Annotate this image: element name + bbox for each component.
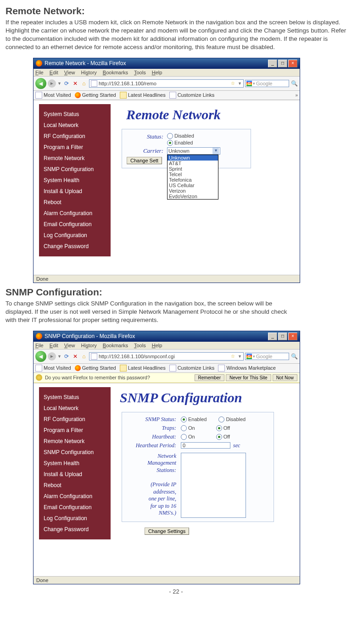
sidebar-item[interactable]: Alarm Configuration — [39, 208, 111, 219]
menu-help[interactable]: Help — [152, 70, 162, 75]
bm-most-visited[interactable]: Most Visited — [35, 92, 71, 99]
search-go-icon[interactable]: 🔍 — [291, 353, 298, 360]
radio-traps-on[interactable] — [181, 425, 187, 431]
search-box[interactable]: G ▾ Google — [245, 80, 289, 87]
radio-enabled[interactable] — [167, 140, 173, 146]
menu-file[interactable]: File — [35, 70, 44, 75]
carrier-option[interactable]: US Cellular — [168, 183, 218, 188]
sidebar-item[interactable]: SNMP Configuration — [39, 447, 111, 458]
carrier-option[interactable]: Verizon — [168, 188, 218, 194]
menu-bookmarks[interactable]: Bookmarks — [103, 70, 128, 75]
search-box[interactable]: G ▾ Google — [245, 353, 289, 360]
url-bar[interactable]: http://192.168.1.100/snmpconf.cgi ☆ ▼ — [89, 352, 244, 361]
bm-windows-marketplace[interactable]: Windows Marketplace — [218, 365, 276, 372]
sidebar-item[interactable]: Log Configuration — [39, 513, 111, 524]
nms-textarea[interactable] — [181, 453, 246, 518]
menu-view[interactable]: View — [64, 70, 75, 75]
bm-latest-headlines[interactable]: Latest Headlines — [120, 365, 166, 372]
sidebar-item[interactable]: Remote Network — [39, 153, 111, 164]
forward-button[interactable]: ► — [48, 79, 56, 88]
carrier-option[interactable]: EvdoVerizon — [168, 194, 218, 199]
sidebar-item[interactable]: Install & Upload — [39, 469, 111, 480]
not-now-button[interactable]: Not Now — [273, 374, 297, 381]
change-settings-button[interactable]: Change Settings — [145, 527, 189, 535]
sidebar-item[interactable]: Change Password — [39, 524, 111, 535]
stop-button[interactable]: ✕ — [72, 80, 79, 87]
menu-file[interactable]: File — [35, 343, 44, 348]
menu-history[interactable]: History — [81, 343, 97, 348]
minimize-button[interactable]: _ — [268, 60, 277, 67]
radio-heartbeat-off[interactable] — [216, 434, 222, 440]
bm-customize-links[interactable]: Customize Links — [169, 365, 215, 372]
radio-traps-off[interactable] — [216, 425, 222, 431]
menu-view[interactable]: View — [64, 343, 75, 348]
sidebar-item[interactable]: RF Configuration — [39, 414, 111, 425]
menu-edit[interactable]: Edit — [50, 70, 58, 75]
minimize-button[interactable]: _ — [268, 333, 277, 340]
url-bar[interactable]: http://192.168.1.100/remo ☆ ▼ — [89, 79, 244, 88]
sidebar-item[interactable]: Install & Upload — [39, 186, 111, 197]
menu-tools[interactable]: Tools — [134, 343, 146, 348]
home-button[interactable]: ⌂ — [80, 353, 88, 360]
radio-snmp-disabled[interactable] — [218, 416, 224, 422]
heartbeat-period-input[interactable]: 0 — [181, 442, 230, 449]
radio-snmp-enabled[interactable] — [181, 416, 187, 422]
key-icon — [36, 374, 42, 381]
sidebar-item[interactable]: Email Configuration — [39, 219, 111, 230]
sidebar-item[interactable]: Program a Filter — [39, 425, 111, 436]
sidebar-item[interactable]: Program a Filter — [39, 142, 111, 153]
close-button[interactable]: × — [288, 60, 297, 67]
reload-button[interactable]: ⟳ — [63, 80, 70, 87]
nav-toolbar: ◄ ► ▼ ⟳ ✕ ⌂ http://192.168.1.100/snmpcon… — [34, 350, 300, 364]
menu-bookmarks[interactable]: Bookmarks — [103, 343, 128, 348]
sidebar-item[interactable]: Alarm Configuration — [39, 491, 111, 502]
carrier-option[interactable]: Sprint — [168, 166, 218, 172]
radio-disabled[interactable] — [167, 133, 173, 139]
back-button[interactable]: ◄ — [35, 351, 46, 362]
sidebar-item[interactable]: System Health — [39, 175, 111, 186]
change-settings-button[interactable]: Change Sett — [127, 157, 162, 164]
search-go-icon[interactable]: 🔍 — [291, 80, 298, 87]
sidebar-item[interactable]: System Health — [39, 458, 111, 469]
sidebar-item[interactable]: System Status — [39, 392, 111, 403]
sidebar-item[interactable]: Local Network — [39, 120, 111, 131]
bm-customize-links[interactable]: Customize Links — [169, 92, 215, 99]
radio-heartbeat-on[interactable] — [181, 434, 187, 440]
remember-button[interactable]: Remember — [195, 374, 224, 381]
never-button[interactable]: Never for This Site — [226, 374, 271, 381]
maximize-button[interactable]: □ — [278, 60, 287, 67]
carrier-option[interactable]: Telcel — [168, 172, 218, 177]
sidebar-item[interactable]: Local Network — [39, 403, 111, 414]
menu-tools[interactable]: Tools — [134, 70, 146, 75]
carrier-option[interactable]: Unknown — [168, 155, 218, 161]
stop-button[interactable]: ✕ — [72, 353, 79, 360]
bm-latest-headlines[interactable]: Latest Headlines — [120, 92, 166, 99]
sidebar-item[interactable]: Email Configuration — [39, 502, 111, 513]
sidebar-item[interactable]: Change Password — [39, 241, 111, 252]
bookmark-star-icon[interactable]: ☆ — [231, 81, 235, 86]
bookmarks-overflow-icon[interactable]: » — [295, 93, 298, 98]
menu-edit[interactable]: Edit — [50, 343, 58, 348]
carrier-option[interactable]: AT&T — [168, 161, 218, 166]
close-button[interactable]: × — [288, 333, 297, 340]
home-button[interactable]: ⌂ — [80, 80, 88, 87]
reload-button[interactable]: ⟳ — [63, 353, 70, 360]
sidebar-item[interactable]: Log Configuration — [39, 230, 111, 241]
bm-getting-started[interactable]: Getting Started — [75, 365, 116, 371]
bm-most-visited[interactable]: Most Visited — [35, 365, 71, 372]
sidebar-item[interactable]: System Status — [39, 109, 111, 120]
sidebar-item[interactable]: SNMP Configuration — [39, 164, 111, 175]
bookmark-star-icon[interactable]: ☆ — [231, 354, 235, 359]
sidebar-item[interactable]: RF Configuration — [39, 131, 111, 142]
bm-getting-started[interactable]: Getting Started — [75, 92, 116, 98]
maximize-button[interactable]: □ — [278, 333, 287, 340]
menu-history[interactable]: History — [81, 70, 97, 75]
sidebar-item[interactable]: Remote Network — [39, 436, 111, 447]
carrier-option[interactable]: Telefonica — [168, 177, 218, 183]
sidebar-item[interactable]: Reboot — [39, 480, 111, 491]
sidebar-item[interactable]: Reboot — [39, 197, 111, 208]
carrier-select[interactable]: Unknown ▾ — [167, 147, 220, 155]
back-button[interactable]: ◄ — [35, 78, 46, 89]
menu-help[interactable]: Help — [152, 343, 162, 348]
forward-button[interactable]: ► — [48, 352, 56, 361]
